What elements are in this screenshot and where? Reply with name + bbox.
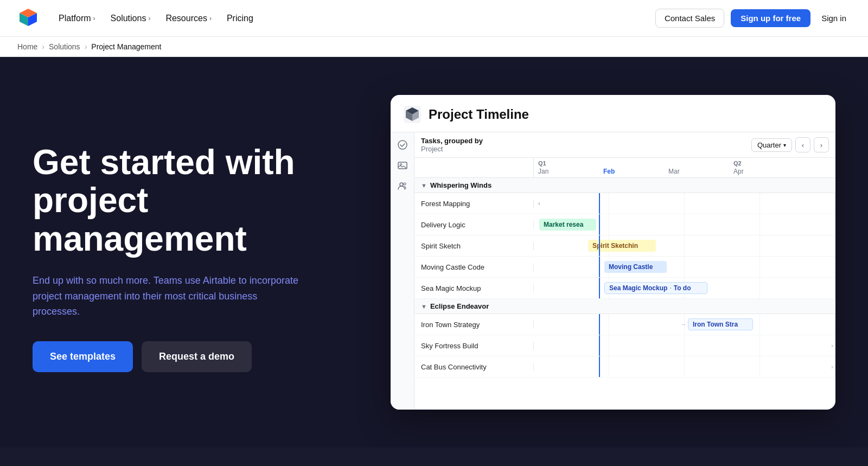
- cal-months: Q1 Jan Feb Mar Q2: [534, 158, 835, 177]
- task-row: Cat Bus Connectivity ›: [414, 356, 835, 378]
- group-name: Whispering Winds: [430, 181, 492, 189]
- task-bar-spirit-sketch: Spirit Sketchin: [588, 240, 656, 252]
- grid-lines: [534, 193, 835, 214]
- hero-buttons: See templates Request a demo: [33, 341, 347, 372]
- signin-link[interactable]: Sign in: [817, 9, 851, 27]
- grid-lines: [534, 356, 835, 377]
- today-line: [599, 335, 600, 356]
- today-line: [599, 314, 600, 335]
- logo[interactable]: [17, 7, 52, 30]
- tasks-group-sub: Project: [421, 145, 540, 153]
- image-icon[interactable]: [397, 159, 409, 171]
- task-name: Forest Mapping: [414, 200, 534, 208]
- task-name: Spirit Sketch: [414, 242, 534, 250]
- task-bar-area: ›: [534, 335, 835, 356]
- group-chevron-icon: ▼: [421, 182, 427, 189]
- quarter-select[interactable]: Quarter ▾: [751, 138, 792, 152]
- task-name: Moving Castle Code: [414, 263, 534, 271]
- check-icon[interactable]: [397, 139, 409, 151]
- svg-point-8: [398, 141, 407, 149]
- breadcrumb: Home › Solutions › Project Management: [0, 37, 868, 57]
- grid-lines: [534, 257, 835, 277]
- hero-subtitle: End up with so much more. Teams use Airt…: [33, 273, 304, 320]
- task-name: Sea Magic Mockup: [414, 284, 534, 292]
- task-bar-area: ‹: [534, 193, 835, 214]
- breadcrumb-solutions[interactable]: Solutions: [49, 42, 80, 51]
- chevron-down-icon: ›: [93, 15, 95, 22]
- calendar-header: Q1 Jan Feb Mar Q2: [414, 158, 835, 178]
- svg-point-11: [400, 183, 403, 186]
- chevron-down-icon: ›: [148, 15, 150, 22]
- tasks-group-title: Tasks, grouped by: [421, 137, 540, 145]
- cal-spacer: [414, 158, 534, 177]
- next-arrow-button[interactable]: ›: [814, 137, 829, 152]
- hero-right: Project Timeline: [369, 95, 835, 410]
- task-name: Iron Town Strategy: [414, 321, 534, 329]
- group-whispering-winds: ▼ Whispering Winds: [414, 178, 835, 193]
- task-bar-area: → Iron Town Stra: [534, 314, 835, 335]
- q1-label: Q1: [534, 158, 729, 167]
- tasks-group-label: Tasks, grouped by Project: [421, 137, 540, 153]
- today-line: [599, 193, 600, 214]
- timeline-main: Tasks, grouped by Project Quarter ▾ ‹ ›: [414, 132, 835, 410]
- arrow-right-small-icon: →: [680, 321, 686, 328]
- feb-label: Feb: [599, 167, 664, 177]
- people-icon[interactable]: [397, 180, 409, 192]
- task-bar-area: ›: [534, 356, 835, 377]
- request-demo-button[interactable]: Request a demo: [142, 341, 252, 372]
- timeline-card: Project Timeline: [391, 95, 835, 410]
- contact-sales-button[interactable]: Contact Sales: [655, 9, 724, 28]
- nav-pricing[interactable]: Pricing: [220, 9, 260, 28]
- see-templates-button[interactable]: See templates: [33, 341, 133, 372]
- today-line: [599, 235, 600, 256]
- task-bar-area: Moving Castle: [534, 257, 835, 277]
- right-arrow-icon: ›: [831, 342, 833, 349]
- task-bar-sea-magic: Sea Magic Mockup·To do: [604, 282, 707, 294]
- main-nav: Platform › Solutions › Resources › Prici…: [0, 0, 868, 37]
- nav-solutions[interactable]: Solutions ›: [104, 9, 157, 28]
- task-row: Iron Town Strategy → Iron: [414, 314, 835, 335]
- timeline-controls: Quarter ▾ ‹ ›: [540, 137, 829, 152]
- today-line: [599, 214, 600, 235]
- group-chevron-icon: ▼: [421, 303, 427, 310]
- right-arrow-icon: ›: [831, 363, 833, 370]
- task-name: Delivery Logic: [414, 221, 534, 229]
- svg-point-12: [404, 183, 406, 185]
- hero-section: Get started with project management End …: [0, 57, 868, 448]
- group-name: Eclipse Endeavor: [430, 302, 489, 310]
- task-row: Forest Mapping ‹: [414, 193, 835, 214]
- timeline-header: Project Timeline: [391, 95, 835, 132]
- timeline-sidebar: [391, 132, 414, 410]
- task-bar-area: Sea Magic Mockup·To do: [534, 278, 835, 298]
- q2-label: Q2: [729, 158, 794, 167]
- nav-links: Platform › Solutions › Resources › Prici…: [52, 9, 655, 28]
- task-bar-moving-castle: Moving Castle: [604, 261, 667, 273]
- task-bar-market-resea: Market resea: [539, 219, 596, 231]
- svg-point-10: [400, 164, 401, 165]
- chevron-down-icon: ›: [209, 15, 212, 22]
- grid-lines: [534, 235, 835, 256]
- chevron-down-icon: ▾: [783, 142, 786, 148]
- timeline-rows: ▼ Whispering Winds Forest Mapping: [414, 178, 835, 410]
- apr-label: Apr: [729, 167, 794, 177]
- breadcrumb-current: Project Management: [91, 42, 161, 51]
- today-line: [599, 257, 600, 277]
- timeline-body: Tasks, grouped by Project Quarter ▾ ‹ ›: [391, 132, 835, 410]
- timeline-topbar: Tasks, grouped by Project Quarter ▾ ‹ ›: [414, 132, 835, 158]
- nav-platform[interactable]: Platform ›: [52, 9, 102, 28]
- task-row: Sea Magic Mockup Sea Magic Mockup·To do: [414, 278, 835, 299]
- task-row: Delivery Logic Market resea: [414, 214, 835, 235]
- task-row: Moving Castle Code Moving Castle: [414, 257, 835, 278]
- breadcrumb-home[interactable]: Home: [17, 42, 37, 51]
- hero-left: Get started with project management End …: [33, 132, 347, 373]
- left-arrow-icon: ‹: [538, 200, 540, 207]
- task-bar-iron-town: Iron Town Stra: [688, 318, 753, 330]
- group-eclipse-endeavor: ▼ Eclipse Endeavor: [414, 299, 835, 314]
- prev-arrow-button[interactable]: ‹: [795, 137, 810, 152]
- today-line: [599, 278, 600, 298]
- nav-resources[interactable]: Resources ›: [159, 9, 218, 28]
- signup-button[interactable]: Sign up for free: [731, 9, 810, 27]
- breadcrumb-sep-1: ›: [42, 42, 44, 51]
- grid-lines: [534, 335, 835, 356]
- task-name: Cat Bus Connectivity: [414, 363, 534, 371]
